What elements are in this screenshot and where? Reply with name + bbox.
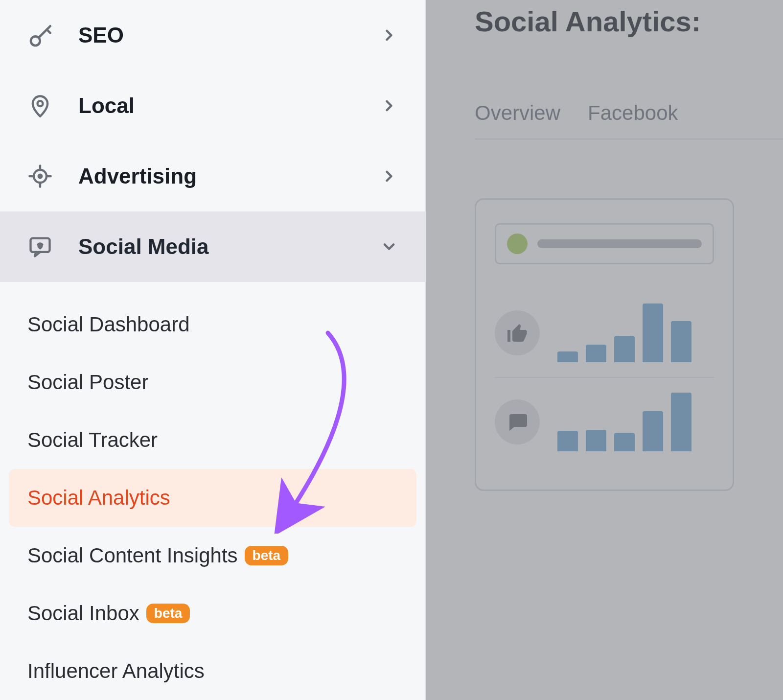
sidebar-item-label: Social Tracker (27, 430, 158, 450)
avatar (507, 233, 528, 254)
tab-bar: Overview Facebook (475, 101, 783, 140)
sidebar-item-label: Influencer Analytics (27, 661, 205, 681)
main-panel: Social Analytics: Overview Facebook (426, 0, 783, 700)
chevron-down-icon (380, 238, 398, 256)
bar-chart-likes (557, 303, 714, 362)
chat-heart-icon (27, 234, 59, 259)
tab-facebook[interactable]: Facebook (588, 101, 678, 125)
sidebar-category-label: Local (78, 93, 380, 118)
sidebar-item-social-dashboard[interactable]: Social Dashboard (0, 296, 425, 353)
sidebar-category-seo[interactable]: SEO (0, 0, 425, 70)
preview-card (475, 198, 734, 491)
page-title: Social Analytics: (475, 5, 783, 38)
sidebar-item-social-poster[interactable]: Social Poster (0, 353, 425, 411)
chevron-right-icon (380, 97, 398, 115)
sidebar-category-local[interactable]: Local (0, 70, 425, 141)
sidebar-category-label: Advertising (78, 164, 380, 188)
sidebar-category-advertising[interactable]: Advertising (0, 141, 425, 211)
target-icon (27, 163, 59, 189)
app-root: SEO Local (0, 0, 783, 700)
sidebar-subnav-social: Social Dashboard Social Poster Social Tr… (0, 282, 425, 700)
svg-line-2 (47, 29, 50, 33)
sidebar-category-social-media[interactable]: Social Media (0, 211, 425, 282)
sidebar-item-label: Social Analytics (27, 488, 170, 508)
svg-point-3 (38, 101, 43, 106)
sidebar-category-label: Social Media (78, 234, 380, 259)
speech-icon (495, 399, 540, 444)
pin-icon (27, 93, 59, 118)
metric-row-comments (495, 377, 714, 466)
metric-row-likes (495, 289, 714, 377)
sidebar: SEO Local (0, 0, 426, 700)
beta-badge: beta (146, 604, 190, 623)
sidebar-item-label: Social Poster (27, 372, 148, 393)
sidebar-item-social-analytics[interactable]: Social Analytics (9, 469, 416, 527)
thumbs-up-icon (495, 310, 540, 355)
sidebar-item-label: Social Content Insights (27, 545, 238, 566)
chevron-right-icon (380, 26, 398, 44)
sidebar-item-social-content-insights[interactable]: Social Content Insights beta (0, 527, 425, 584)
sidebar-item-social-inbox[interactable]: Social Inbox beta (0, 584, 425, 642)
sidebar-category-label: SEO (78, 23, 380, 47)
profile-chip (495, 223, 714, 264)
sidebar-item-label: Social Dashboard (27, 314, 190, 335)
svg-point-5 (39, 175, 42, 178)
bar-chart-comments (557, 393, 714, 451)
beta-badge: beta (245, 546, 289, 565)
placeholder-text-bar (537, 239, 702, 248)
key-icon (27, 22, 59, 49)
tab-overview[interactable]: Overview (475, 101, 560, 125)
sidebar-item-influencer-analytics[interactable]: Influencer Analytics (0, 642, 425, 700)
chevron-right-icon (380, 167, 398, 185)
sidebar-item-social-tracker[interactable]: Social Tracker (0, 411, 425, 469)
sidebar-item-label: Social Inbox (27, 603, 139, 624)
